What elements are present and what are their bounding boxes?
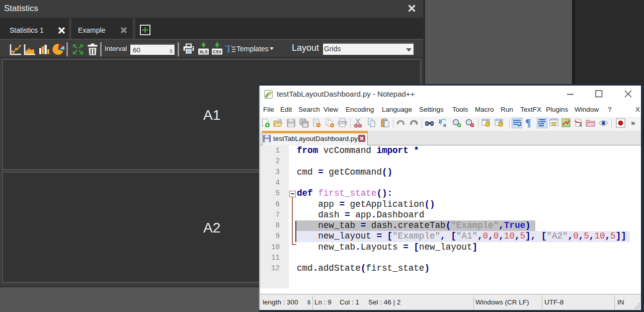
svg-text:XLS: XLS bbox=[199, 49, 208, 54]
svg-text:a: a bbox=[443, 122, 446, 128]
svg-text:CSV: CSV bbox=[213, 49, 222, 54]
svg-text:T: T bbox=[225, 44, 232, 55]
svg-text:¶: ¶ bbox=[525, 118, 531, 128]
